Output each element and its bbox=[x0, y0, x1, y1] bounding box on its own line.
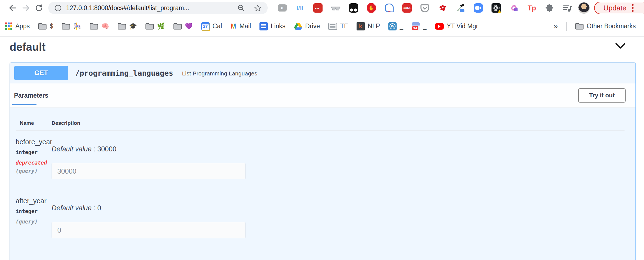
folder-icon bbox=[145, 23, 154, 30]
tp-extension-icon[interactable]: Tp bbox=[527, 3, 537, 13]
3d-glasses-extension-icon[interactable] bbox=[331, 3, 341, 13]
parameter-name: before_year bbox=[16, 138, 52, 146]
parameter-description: Default value : 30000 bbox=[52, 138, 625, 179]
tab-counter-extension-icon[interactable]: I/II bbox=[295, 3, 305, 13]
smile-chat-extension-icon[interactable]: ‿ bbox=[384, 3, 394, 13]
profile-avatar[interactable] bbox=[578, 2, 590, 14]
bookmark-keras-nlp[interactable]: k NLP bbox=[357, 22, 380, 30]
section-collapse-chevron-icon[interactable] bbox=[614, 42, 626, 50]
links-icon bbox=[259, 22, 268, 30]
bookmark-folder-dollar[interactable]: $ bbox=[38, 22, 53, 30]
operation-block-get: GET /programming_languages List Programm… bbox=[10, 63, 636, 260]
default-value-label: Default value bbox=[52, 204, 92, 212]
playlist-music-extension-icon[interactable] bbox=[562, 3, 573, 13]
parameter-location: (query) bbox=[16, 219, 52, 225]
drive-icon bbox=[294, 22, 302, 30]
update-button[interactable]: Update bbox=[594, 2, 644, 14]
bookmark-calendar[interactable]: 27 Cal bbox=[201, 22, 222, 30]
default-value: 0 bbox=[97, 204, 101, 212]
section-divider bbox=[10, 59, 636, 59]
forward-button[interactable] bbox=[19, 1, 32, 15]
bookmark-youtube[interactable]: YT Vid Mgr bbox=[435, 22, 478, 30]
operation-summary[interactable]: GET /programming_languages List Programm… bbox=[10, 63, 635, 83]
browser-menu-kebab-icon[interactable] bbox=[632, 4, 634, 12]
default-value-line: Default value : 30000 bbox=[52, 145, 625, 153]
bookmark-label: 🎓 bbox=[129, 22, 137, 30]
keras-icon: k bbox=[357, 22, 365, 30]
folder-icon bbox=[173, 23, 182, 30]
extensions-row: a I/II •••| ✋ ‿ CORS bbox=[277, 3, 573, 13]
description-column-header: Description bbox=[52, 120, 625, 126]
bookmark-folder-carousel[interactable]: 🎠 bbox=[62, 22, 81, 30]
folder-icon bbox=[575, 23, 584, 30]
red-share-extension-icon[interactable] bbox=[437, 3, 448, 13]
bookmark-gmail[interactable]: M Mail bbox=[230, 22, 251, 30]
pocket-extension-icon[interactable] bbox=[420, 3, 430, 13]
colorzilla-eyedropper-extension-icon[interactable] bbox=[455, 3, 466, 13]
operation-path[interactable]: /programming_languages bbox=[75, 69, 173, 77]
reload-button[interactable] bbox=[32, 1, 46, 15]
url-text[interactable]: 127.0.0.1:8000/docs#/default/list_progra… bbox=[66, 4, 189, 12]
calendar34-icon: 34 bbox=[412, 22, 420, 30]
stop-hand-blocker-extension-icon[interactable]: ✋ bbox=[366, 3, 377, 13]
other-bookmarks-label: Other Bookmarks bbox=[587, 22, 636, 30]
parameter-type: integer bbox=[16, 149, 52, 155]
bookmark-label: 🎠 bbox=[73, 22, 81, 30]
zoom-out-icon[interactable] bbox=[237, 4, 245, 12]
bookmark-tensorflow[interactable]: TF bbox=[328, 22, 348, 30]
section-title: default bbox=[0, 37, 644, 53]
parameters-table-header: Name Description bbox=[16, 116, 625, 131]
react-devtools-extension-icon[interactable] bbox=[491, 3, 501, 13]
before-year-input[interactable] bbox=[52, 163, 245, 179]
address-bar[interactable]: 127.0.0.1:8000/docs#/default/list_progra… bbox=[48, 2, 268, 14]
default-value: 30000 bbox=[97, 145, 117, 153]
after-year-input[interactable] bbox=[52, 222, 245, 238]
bookmark-drive[interactable]: Drive bbox=[294, 22, 320, 30]
domino-extension-icon[interactable] bbox=[348, 3, 359, 13]
bookmark-folder-heart[interactable]: 💜 bbox=[173, 22, 193, 30]
page-info-icon[interactable] bbox=[54, 4, 62, 12]
bookmarks-overflow-button[interactable]: » bbox=[553, 22, 558, 31]
lastpass-extension-icon[interactable]: •••| bbox=[313, 3, 323, 13]
operation-section-header: Parameters Try it out bbox=[10, 83, 635, 108]
parameter-type: integer bbox=[16, 208, 52, 214]
try-it-out-button[interactable]: Try it out bbox=[578, 88, 626, 103]
bookmark-label: Apps bbox=[15, 22, 30, 30]
chat-bubble-extension-icon[interactable]: a bbox=[277, 3, 287, 13]
bookmark-label: NLP bbox=[368, 22, 380, 30]
bookmark-calendar34[interactable]: 34 _ bbox=[412, 22, 426, 30]
bookmark-star-icon[interactable] bbox=[254, 4, 262, 12]
bookmark-label: YT Vid Mgr bbox=[447, 22, 478, 30]
swagger-page: default GET /programming_languages List … bbox=[0, 37, 644, 259]
wordpress-icon: W bbox=[388, 22, 397, 30]
bookmark-folder-herb[interactable]: 🌿 bbox=[145, 22, 165, 30]
puzzle-extensions-menu-icon[interactable] bbox=[544, 3, 555, 13]
bookmark-label: _ bbox=[423, 22, 426, 30]
default-value-sep: : bbox=[92, 145, 97, 153]
parameter-meta: before_year integer deprecated (query) bbox=[16, 138, 52, 179]
browser-toolbar: 127.0.0.1:8000/docs#/default/list_progra… bbox=[0, 0, 644, 16]
back-button[interactable] bbox=[6, 1, 19, 15]
recycle-extension-icon[interactable]: ♻ bbox=[509, 3, 519, 13]
bookmark-label: 🌿 bbox=[157, 22, 165, 30]
tf-doc-icon bbox=[328, 23, 337, 30]
bookmark-folder-grad[interactable]: 🎓 bbox=[118, 22, 137, 30]
parameter-meta: after_year integer (query) bbox=[16, 197, 52, 238]
folder-icon bbox=[90, 23, 98, 30]
zoom-extension-icon[interactable] bbox=[473, 3, 484, 13]
bookmark-apps[interactable]: Apps bbox=[5, 22, 30, 30]
bookmark-wordpress[interactable]: W _ bbox=[388, 22, 403, 30]
cors-extension-icon[interactable]: CORS bbox=[402, 3, 412, 13]
bookmark-label: 🧠 bbox=[101, 22, 109, 30]
method-badge: GET bbox=[14, 66, 68, 80]
operation-summary-text: List Programming Languages bbox=[182, 69, 257, 77]
parameter-deprecated-flag: deprecated bbox=[16, 160, 52, 166]
bookmark-label: 💜 bbox=[185, 22, 193, 30]
bookmark-links[interactable]: Links bbox=[259, 22, 286, 30]
bookmarks-bar: Apps $ 🎠 🧠 🎓 🌿 💜 27 Cal M Mail Links bbox=[0, 16, 644, 37]
bookmark-folder-brain[interactable]: 🧠 bbox=[90, 22, 109, 30]
bookmarks-divider bbox=[566, 22, 567, 31]
bookmark-label: TF bbox=[340, 22, 348, 30]
other-bookmarks-button[interactable]: Other Bookmarks bbox=[575, 22, 636, 30]
tab-parameters[interactable]: Parameters bbox=[14, 92, 48, 99]
